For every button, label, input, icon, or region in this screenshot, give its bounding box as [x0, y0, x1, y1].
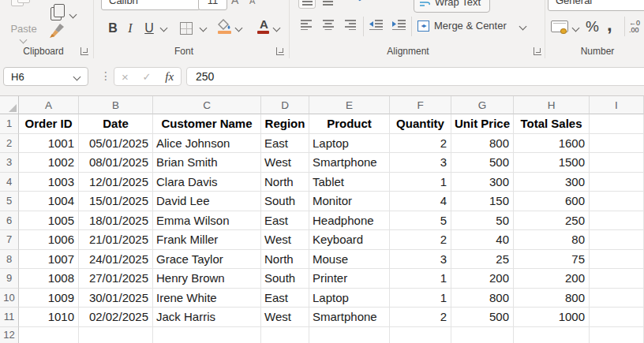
cell-I9[interactable]	[590, 269, 644, 289]
accounting-dropdown-chevron-icon[interactable]	[572, 24, 580, 32]
cell-D12[interactable]	[261, 327, 309, 343]
cell-B6[interactable]: 18/01/2025	[79, 211, 153, 231]
underline-button[interactable]: U	[143, 19, 155, 38]
cell-D10[interactable]: East	[261, 289, 309, 308]
fill-color-icon[interactable]	[218, 19, 232, 30]
name-box[interactable]: H6	[3, 67, 88, 86]
row-header-3[interactable]: 3	[0, 153, 19, 173]
cell-F8[interactable]: 3	[390, 250, 451, 270]
cell-G10[interactable]: 800	[451, 289, 514, 308]
cell-F11[interactable]: 2	[390, 308, 451, 327]
decrease-indent-icon[interactable]	[369, 20, 383, 30]
merge-center-icon[interactable]: ◂▸	[417, 21, 429, 32]
cell-I8[interactable]	[590, 250, 644, 270]
cancel-icon[interactable]: ×	[122, 70, 129, 84]
merge-center-button[interactable]: Merge & Center	[434, 20, 507, 32]
cell-F9[interactable]: 1	[390, 269, 451, 289]
wrap-text-button[interactable]: Wrap Text	[414, 0, 490, 13]
cell-I6[interactable]	[590, 211, 644, 231]
cell-H11[interactable]: 1000	[514, 308, 590, 327]
column-header-D[interactable]: D	[261, 96, 309, 114]
borders-dropdown-chevron-icon[interactable]	[200, 24, 208, 32]
row-header-12[interactable]: 12	[0, 327, 19, 343]
increase-indent-icon[interactable]	[392, 20, 406, 30]
cell-A12[interactable]	[19, 327, 79, 343]
cell-B12[interactable]	[79, 327, 153, 343]
cell-I2[interactable]	[590, 134, 644, 154]
cell-B1[interactable]: Date	[79, 114, 153, 134]
cell-I4[interactable]	[590, 173, 644, 192]
column-header-C[interactable]: C	[153, 96, 261, 114]
paste-icon[interactable]	[17, 0, 30, 3]
row-header-1[interactable]: 1	[0, 114, 19, 134]
alignment-dialog-launcher-icon[interactable]	[534, 47, 541, 55]
cell-E5[interactable]: Monitor	[309, 192, 390, 211]
cell-B5[interactable]: 15/01/2025	[79, 192, 153, 211]
italic-button[interactable]: I	[125, 19, 136, 38]
cell-D7[interactable]: West	[261, 230, 309, 250]
cell-A7[interactable]: 1006	[19, 230, 79, 250]
cell-B7[interactable]: 21/01/2025	[79, 230, 153, 250]
column-header-H[interactable]: H	[514, 96, 590, 114]
cell-A6[interactable]: 1005	[19, 211, 79, 231]
cell-B3[interactable]: 08/01/2025	[79, 153, 153, 173]
cell-E7[interactable]: Keyboard	[309, 230, 390, 250]
number-format-select[interactable]: General	[548, 0, 644, 11]
middle-align-button[interactable]	[298, 0, 316, 9]
font-dialog-launcher-icon[interactable]	[276, 47, 284, 55]
cell-C1[interactable]: Customer Name	[153, 114, 261, 134]
cell-H8[interactable]: 75	[514, 250, 590, 270]
cell-H2[interactable]: 1600	[514, 134, 590, 154]
formula-input[interactable]: 250	[186, 67, 644, 86]
cell-I7[interactable]	[590, 230, 644, 250]
cell-B8[interactable]: 24/01/2025	[79, 250, 153, 270]
cell-A8[interactable]: 1007	[19, 250, 79, 270]
insert-function-icon[interactable]: fx	[165, 70, 174, 84]
align-center-icon[interactable]	[323, 20, 334, 30]
bottom-align-button[interactable]	[319, 0, 336, 9]
cell-I1[interactable]	[590, 114, 644, 134]
copy-dropdown-chevron-icon[interactable]	[69, 11, 77, 19]
row-header-2[interactable]: 2	[0, 134, 19, 154]
cell-A5[interactable]: 1004	[19, 192, 79, 211]
row-header-4[interactable]: 4	[0, 173, 19, 192]
cell-E11[interactable]: Smartphone	[309, 308, 390, 327]
bold-button[interactable]: B	[106, 19, 120, 38]
cell-D6[interactable]: East	[261, 211, 309, 231]
cell-C12[interactable]	[153, 327, 261, 343]
cell-A3[interactable]: 1002	[19, 153, 79, 173]
column-header-G[interactable]: G	[451, 96, 514, 114]
clipboard-dialog-launcher-icon[interactable]	[80, 47, 88, 55]
copy-icon[interactable]	[51, 7, 62, 21]
column-header-I[interactable]: I	[590, 96, 644, 114]
row-header-10[interactable]: 10	[0, 289, 19, 308]
cell-H4[interactable]: 300	[514, 173, 590, 192]
cell-G6[interactable]: 50	[451, 211, 514, 231]
orientation-icon[interactable]	[358, 0, 368, 1]
cell-E12[interactable]	[309, 327, 390, 343]
cell-B11[interactable]: 02/02/2025	[79, 308, 153, 327]
cell-G4[interactable]: 300	[451, 173, 514, 192]
paste-dropdown-chevron-icon[interactable]	[20, 36, 28, 44]
cell-F6[interactable]: 5	[390, 211, 451, 231]
row-header-8[interactable]: 8	[0, 250, 19, 270]
cell-A1[interactable]: Order ID	[19, 114, 79, 134]
cell-E6[interactable]: Headphone	[309, 211, 390, 231]
cell-E4[interactable]: Tablet	[309, 173, 390, 192]
name-box-chevron-icon[interactable]	[73, 73, 81, 81]
align-left-icon[interactable]	[301, 20, 312, 30]
cell-C11[interactable]: Jack Harris	[153, 308, 261, 327]
decrease-font-size-icon[interactable]: A	[249, 0, 255, 10]
row-header-11[interactable]: 11	[0, 308, 19, 327]
increase-decimal-icon[interactable]: ←0 .00	[629, 20, 640, 34]
cell-A2[interactable]: 1001	[19, 134, 79, 154]
cell-A4[interactable]: 1003	[19, 173, 79, 192]
cell-F4[interactable]: 1	[390, 173, 451, 192]
column-header-B[interactable]: B	[79, 96, 153, 114]
cell-E2[interactable]: Laptop	[309, 134, 390, 154]
cell-H7[interactable]: 80	[514, 230, 590, 250]
cell-G9[interactable]: 200	[451, 269, 514, 289]
cell-F1[interactable]: Quantity	[390, 114, 451, 134]
font-color-dropdown-chevron-icon[interactable]	[273, 24, 281, 32]
cell-E1[interactable]: Product	[309, 114, 390, 134]
